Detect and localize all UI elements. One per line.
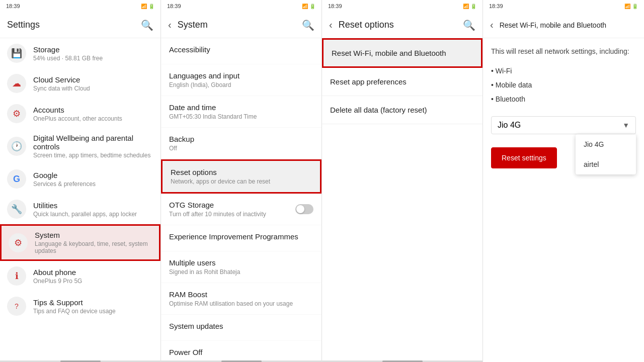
reset-app-option[interactable]: Reset app preferences: [322, 68, 482, 96]
status-bar-1: 18:39 📶 🔋: [0, 0, 160, 12]
utilities-subtitle: Quick launch, parallel apps, app locker: [33, 211, 153, 218]
system-item-datetime[interactable]: Date and time GMT+05:30 India Standard T…: [161, 96, 321, 128]
back-icon-2[interactable]: ‹: [168, 19, 172, 31]
factory-reset-title: Delete all data (factory reset): [330, 106, 427, 114]
users-subtitle: Signed in as Rohit Bhateja: [169, 268, 313, 276]
reset-options-panel: 18:39 📶 🔋 ‹ Reset options 🔍 Reset Wi-Fi,…: [322, 0, 483, 362]
status-icons-1: 📶 🔋: [141, 4, 154, 9]
settings-item-tips[interactable]: ? Tips & Support Tips and FAQ on device …: [0, 291, 160, 321]
time-4: 18:39: [489, 3, 503, 9]
datetime-title: Date and time: [169, 103, 313, 112]
reset-options-top-bar: ‹ Reset options 🔍: [322, 12, 482, 38]
accounts-title: Accounts: [33, 106, 153, 114]
reset-wifi-panel-title: Reset Wi-Fi, mobile and Bluetooth: [500, 21, 637, 29]
sim-dropdown[interactable]: Jio 4G ▼: [491, 116, 636, 134]
system-item-poweroff[interactable]: Power Off: [161, 341, 321, 360]
cloud-icon: ☁: [7, 74, 26, 93]
sim-selected: Jio 4G: [498, 121, 521, 130]
tips-icon: ?: [7, 297, 26, 316]
sim-option-jio[interactable]: Jio 4G: [576, 134, 636, 154]
poweroff-title: Power Off: [169, 348, 313, 356]
reset-options-list: Reset Wi-Fi, mobile and Bluetooth Reset …: [322, 38, 482, 360]
languages-title: Languages and input: [169, 71, 313, 80]
system-panel: 18:39 📶 🔋 ‹ System 🔍 Accessibility Langu…: [161, 0, 322, 362]
settings-item-about[interactable]: ℹ About phone OnePlus 9 Pro 5G: [0, 261, 160, 291]
sim-option-airtel[interactable]: airtel: [576, 154, 636, 174]
status-icons-4: 📶 🔋: [624, 4, 638, 9]
ram-subtitle: Optimise RAM utilisation based on your u…: [169, 300, 313, 307]
search-icon-2[interactable]: 🔍: [302, 19, 314, 31]
settings-title: Settings: [7, 20, 141, 30]
accounts-subtitle: OnePlus account, other accounts: [33, 115, 153, 122]
system-item-users[interactable]: Multiple users Signed in as Rohit Bhatej…: [161, 251, 321, 283]
settings-item-google[interactable]: G Google Services & preferences: [0, 164, 160, 194]
reset-wifi-option[interactable]: Reset Wi-Fi, mobile and Bluetooth: [322, 38, 482, 68]
wellbeing-title: Digital Wellbeing and parental controls: [33, 134, 153, 151]
experience-title: Experience Improvement Programmes: [169, 232, 313, 241]
settings-item-wellbeing[interactable]: 🕐 Digital Wellbeing and parental control…: [0, 129, 160, 164]
accounts-icon: ⚙: [7, 104, 26, 123]
system-item-languages[interactable]: Languages and input English (India), Gbo…: [161, 64, 321, 96]
settings-item-accounts[interactable]: ⚙ Accounts OnePlus account, other accoun…: [0, 99, 160, 129]
google-subtitle: Services & preferences: [33, 180, 153, 188]
otg-title: OTG Storage: [169, 201, 295, 209]
languages-subtitle: English (India), Gboard: [169, 81, 313, 88]
system-item-otg[interactable]: OTG Storage Turn off after 10 minutes of…: [161, 194, 321, 225]
reset-wifi-content: This will reset all network settings, in…: [483, 38, 644, 362]
reset-app-title: Reset app preferences: [330, 77, 407, 86]
system-item-updates[interactable]: System updates: [161, 315, 321, 341]
system-item-reset[interactable]: Reset options Network, apps or device ca…: [161, 159, 321, 194]
about-subtitle: OnePlus 9 Pro 5G: [33, 278, 153, 285]
status-bar-4: 18:39 📶 🔋: [483, 0, 644, 12]
tips-title: Tips & Support: [33, 298, 153, 307]
status-icons-2: 📶 🔋: [302, 4, 315, 9]
updates-title: System updates: [169, 322, 313, 330]
about-icon: ℹ: [7, 266, 26, 286]
reset-wifi-title: Reset Wi-Fi, mobile and Bluetooth: [332, 49, 446, 57]
utilities-icon: 🔧: [7, 200, 26, 219]
system-subtitle: Language & keyboard, time, reset, system…: [35, 240, 152, 254]
search-icon-3[interactable]: 🔍: [463, 19, 475, 31]
reset-wifi-description: This will reset all network settings, in…: [491, 46, 636, 57]
accessibility-title: Accessibility: [169, 45, 313, 54]
back-icon-4[interactable]: ‹: [490, 19, 494, 31]
settings-item-system[interactable]: ⚙ System Language & keyboard, time, rese…: [0, 224, 160, 261]
bullet-bluetooth: • Bluetooth: [491, 92, 636, 106]
cloud-subtitle: Sync data with Cloud: [33, 85, 153, 92]
otg-toggle[interactable]: [295, 204, 313, 214]
utilities-title: Utilities: [33, 201, 153, 210]
system-icon: ⚙: [9, 233, 28, 252]
system-item-experience[interactable]: Experience Improvement Programmes: [161, 225, 321, 251]
settings-item-cloud[interactable]: ☁ Cloud Service Sync data with Cloud: [0, 68, 160, 99]
system-list: Accessibility Languages and input Englis…: [161, 38, 321, 360]
settings-item-storage[interactable]: 💾 Storage 54% used · 58.81 GB free: [0, 38, 160, 68]
time-3: 18:39: [328, 3, 342, 9]
system-item-accessibility[interactable]: Accessibility: [161, 38, 321, 64]
bullet-wifi: • Wi-Fi: [491, 64, 636, 78]
wellbeing-subtitle: Screen time, app timers, bedtime schedul…: [33, 152, 153, 159]
storage-icon: 💾: [7, 44, 26, 63]
status-bar-2: 18:39 📶 🔋: [161, 0, 321, 12]
back-icon-3[interactable]: ‹: [329, 19, 333, 31]
users-title: Multiple users: [169, 258, 313, 267]
sim-dropdown-container: Jio 4G ▼ Jio 4G airtel: [491, 116, 636, 134]
status-icons-3: 📶 🔋: [463, 4, 476, 9]
system-item-ram[interactable]: RAM Boost Optimise RAM utilisation based…: [161, 283, 321, 315]
wellbeing-icon: 🕐: [7, 137, 26, 156]
search-icon-1[interactable]: 🔍: [141, 19, 153, 31]
system-panel-title: System: [178, 20, 302, 30]
reset-title: Reset options: [171, 168, 312, 176]
factory-reset-option[interactable]: Delete all data (factory reset): [322, 96, 482, 124]
dropdown-arrow-icon: ▼: [622, 121, 629, 129]
google-title: Google: [33, 171, 153, 179]
settings-panel: 18:39 📶 🔋 Settings 🔍 💾 Storage 54% used …: [0, 0, 161, 362]
time-2: 18:39: [167, 3, 181, 9]
about-title: About phone: [33, 268, 153, 277]
status-bar-3: 18:39 📶 🔋: [322, 0, 482, 12]
storage-subtitle: 54% used · 58.81 GB free: [33, 55, 153, 62]
system-item-backup[interactable]: Backup Off: [161, 128, 321, 159]
reset-options-title: Reset options: [339, 20, 463, 30]
reset-settings-button[interactable]: Reset settings: [491, 147, 557, 168]
settings-item-utilities[interactable]: 🔧 Utilities Quick launch, parallel apps,…: [0, 194, 160, 224]
reset-wifi-list: • Wi-Fi • Mobile data • Bluetooth: [491, 64, 636, 106]
